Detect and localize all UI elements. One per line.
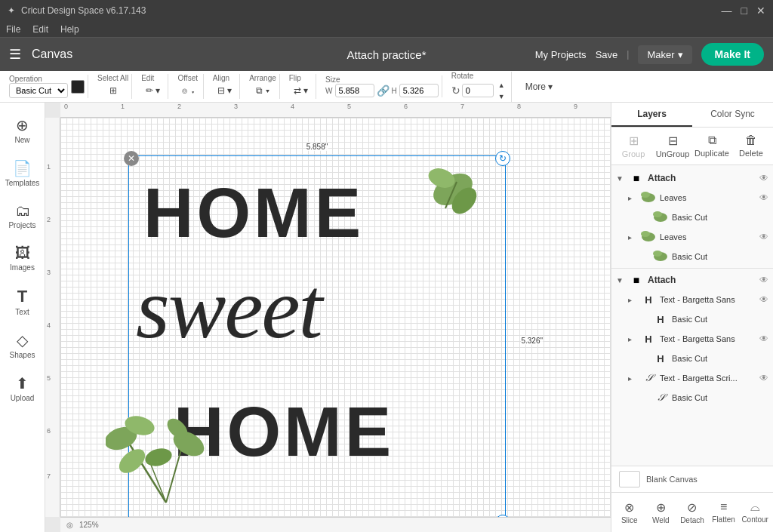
operation-select[interactable]: Basic Cut	[9, 83, 68, 98]
weld-button[interactable]: ⊕ Weld	[646, 497, 676, 527]
layer-leaves-2-cut[interactable]: Basic Cut	[636, 247, 773, 266]
expand-icon: ▼	[616, 174, 625, 183]
eye-icon[interactable]: 👁	[759, 294, 768, 305]
eye-icon[interactable]: 👁	[759, 173, 768, 183]
expand-icon: ▸	[628, 335, 637, 343]
maximize-button[interactable]: □	[741, 5, 747, 17]
ruler-mark-8: 8	[517, 103, 521, 110]
sidebar-text-label: Text	[15, 308, 29, 316]
eye-icon[interactable]: 👁	[759, 192, 768, 203]
ruler-mark-9: 9	[574, 103, 577, 110]
app-title: Cricut Design Space v6.17.143	[21, 5, 722, 16]
contour-icon: ⌓	[750, 500, 760, 514]
layer-text-sans-1[interactable]: ▸ H Text - Bargetta Sans 👁	[624, 290, 773, 309]
maker-dropdown[interactable]: Maker ▾	[638, 45, 691, 64]
sidebar-item-projects[interactable]: 🗂 Projects	[2, 196, 43, 235]
layer-text-sans-2-cut[interactable]: H Basic Cut	[636, 349, 773, 368]
minimize-button[interactable]: —	[722, 5, 732, 17]
ruler-mark-2: 2	[177, 103, 181, 110]
tab-layers[interactable]: Layers	[611, 103, 692, 127]
menu-edit[interactable]: Edit	[32, 24, 48, 35]
panel-tabs: Layers Color Sync	[611, 103, 773, 128]
slice-button[interactable]: ⊗ Slice	[614, 497, 645, 527]
topnav-right: My Projects Save | Maker ▾ Make It	[535, 43, 764, 66]
ruler-vmark-1: 1	[47, 163, 51, 171]
select-all-button[interactable]: ⊞	[97, 82, 128, 99]
rotate-up[interactable]: ▲	[495, 80, 508, 91]
layer-attach-2[interactable]: ▼ ■ Attach 👁	[611, 270, 773, 290]
canvas-content[interactable]: ✕ ↻ 🔒 ↗ 5.858" 5.326" HOME sweet	[60, 118, 611, 517]
tab-color-sync[interactable]: Color Sync	[692, 103, 773, 127]
menu-help[interactable]: Help	[60, 24, 79, 35]
flatten-button[interactable]: ≡ Flatten	[709, 497, 739, 527]
text-script-cut-label: Basic Cut	[672, 393, 768, 402]
offset-button[interactable]: ⌾ ▾	[177, 82, 199, 99]
align-control: Align ⊟ ▾	[213, 74, 236, 99]
layer-text-script-cut[interactable]: 𝒮 Basic Cut	[636, 388, 773, 407]
svg-point-14	[641, 192, 650, 198]
sidebar-item-new[interactable]: ⊕ New	[2, 110, 43, 150]
toolbar: Operation Basic Cut Select All ⊞ Edit ✏ …	[0, 71, 773, 103]
align-button[interactable]: ⊟ ▾	[213, 82, 236, 99]
layer-text-script[interactable]: ▸ 𝒮 Text - Bargetta Scri... 👁	[624, 368, 773, 388]
ungroup-icon: ⊟	[668, 134, 678, 148]
save-button[interactable]: Save	[596, 49, 618, 60]
attach-1-label: Attach	[648, 173, 756, 183]
layer-text-sans-1-cut[interactable]: H Basic Cut	[636, 309, 773, 329]
layer-text-sans-2[interactable]: ▸ H Text - Bargetta Sans 👁	[624, 329, 773, 349]
width-input[interactable]	[335, 84, 374, 97]
expand-icon: ▼	[616, 276, 625, 284]
blank-canvas-swatch[interactable]	[619, 471, 640, 487]
eye-icon[interactable]: 👁	[759, 232, 768, 242]
design-area[interactable]: ✕ ↻ 🔒 ↗ 5.858" 5.326" HOME sweet	[128, 155, 506, 517]
eye-icon[interactable]: 👁	[759, 275, 768, 285]
eye-icon[interactable]: 👁	[759, 373, 768, 383]
sidebar-item-images[interactable]: 🖼 Images	[2, 238, 43, 278]
right-panel: Layers Color Sync ⊞ Group ⊟ UnGroup ⧉ Du…	[611, 103, 773, 532]
rotate-input[interactable]	[462, 84, 494, 97]
weld-icon: ⊕	[656, 500, 666, 515]
design-text-sweet: sweet	[136, 265, 322, 352]
flip-button[interactable]: ⇄ ▾	[289, 82, 313, 99]
arrange-button[interactable]: ⧉ ▾	[249, 82, 276, 99]
ruler-mark-1: 1	[121, 103, 125, 110]
contour-label: Contour	[741, 515, 768, 524]
contour-button[interactable]: ⌓ Contour	[740, 497, 770, 527]
menu-file[interactable]: File	[6, 24, 20, 35]
panel-action-bar: ⊞ Group ⊟ UnGroup ⧉ Duplicate 🗑 Delete	[611, 128, 773, 165]
rotate-down[interactable]: ▼	[495, 91, 508, 102]
group-button[interactable]: ⊞ Group	[614, 131, 652, 161]
layer-attach-1[interactable]: ▼ ■ Attach 👁	[611, 168, 773, 188]
my-projects-button[interactable]: My Projects	[535, 49, 587, 60]
close-button[interactable]: ✕	[756, 5, 765, 17]
more-button[interactable]: More ▾	[521, 78, 558, 95]
sidebar-item-templates[interactable]: 📄 Templates	[2, 153, 43, 193]
leaves-1-cut-label: Basic Cut	[672, 213, 768, 222]
layer-leaves-2[interactable]: ▸ Leaves 👁	[624, 227, 773, 247]
window-controls: — □ ✕	[722, 5, 765, 17]
flip-group: Flip ⇄ ▾	[286, 74, 316, 99]
flip-control: Flip ⇄ ▾	[289, 74, 313, 99]
canvas-area[interactable]: 0 1 2 3 4 5 6 7 8 9 1 2 3 4 5 6 7	[45, 103, 611, 532]
make-it-button[interactable]: Make It	[701, 43, 764, 66]
detach-button[interactable]: ⊘ Detach	[677, 497, 707, 527]
text-sans-1-label: Text - Bargetta Sans	[660, 295, 756, 304]
eye-icon[interactable]: 👁	[759, 334, 768, 344]
ungroup-button[interactable]: ⊟ UnGroup	[654, 131, 691, 161]
hamburger-menu[interactable]: ☰	[9, 46, 21, 63]
layer-leaves-1-cut[interactable]: Basic Cut	[636, 208, 773, 227]
edit-button[interactable]: ✏ ▾	[141, 82, 165, 99]
delete-button[interactable]: 🗑 Delete	[732, 131, 770, 161]
sidebar-item-shapes[interactable]: ◇ Shapes	[2, 325, 43, 365]
rotate-handle[interactable]: ↻	[495, 151, 510, 166]
duplicate-button[interactable]: ⧉ Duplicate	[693, 131, 731, 161]
layers-panel[interactable]: ▼ ■ Attach 👁 ▸ Leaves 👁	[611, 165, 773, 466]
height-input[interactable]	[399, 84, 439, 97]
sidebar-item-upload[interactable]: ⬆ Upload	[2, 368, 43, 408]
close-handle[interactable]: ✕	[124, 151, 139, 166]
duplicate-label: Duplicate	[694, 149, 729, 158]
rotate-label: Rotate	[451, 72, 508, 80]
sidebar-item-text[interactable]: T Text	[2, 281, 43, 322]
layer-leaves-1[interactable]: ▸ Leaves 👁	[624, 188, 773, 208]
color-swatch[interactable]	[71, 80, 85, 94]
